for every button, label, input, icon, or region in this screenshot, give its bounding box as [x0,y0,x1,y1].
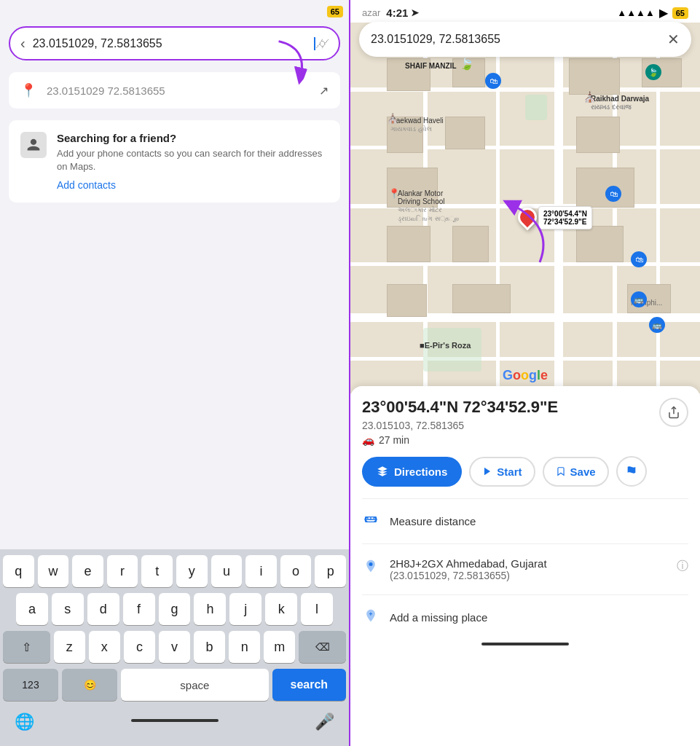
contacts-description: Add your phone contacts so you can searc… [57,147,329,173]
share-button[interactable] [659,398,688,427]
key-search[interactable]: search [272,669,346,701]
status-icons: ▲▲▲▲ ▶ 65 [617,6,688,20]
key-l[interactable]: l [301,593,333,625]
contacts-card-content: Searching for a friend? Add your phone c… [57,132,329,191]
key-w[interactable]: w [38,555,69,587]
measure-distance-text: Measure distance [390,515,476,527]
key-z[interactable]: z [54,631,85,663]
add-location-icon: + [362,608,380,627]
key-r[interactable]: r [107,555,138,587]
battery-badge-right: 65 [672,7,688,19]
key-u[interactable]: u [211,555,243,587]
ruler-icon [362,512,380,530]
location-plus-icon [362,559,380,577]
map-icon-bus: 🚌 [649,317,665,333]
map-icon-shop2: 🛍 [605,186,621,202]
home-indicator-left [131,719,219,722]
divider-1 [362,498,688,499]
map-icon-shop1: 🛍 [485,73,501,89]
save-button[interactable]: Save [543,457,609,487]
map-icon-shop3: 🛍 [631,251,647,267]
home-indicator-right [481,643,569,645]
map-search-close-icon[interactable]: ✕ [667,31,680,48]
map-icon-shop4: 🚌 [631,291,647,307]
key-d[interactable]: d [87,593,119,625]
key-y[interactable]: y [176,555,208,587]
left-panel: 65 ‹ 23.0151029, 72.5813655 ⌭ 📍 23.01510… [0,0,350,746]
key-m[interactable]: m [264,631,295,663]
map-search-bar[interactable]: 23.0151029, 72.5813655 ✕ [359,22,691,57]
key-n[interactable]: n [229,631,260,663]
start-button[interactable]: Start [469,457,535,487]
key-t[interactable]: t [141,555,173,587]
plus-code-subtext: (23.0151029, 72.5813655) [390,570,547,581]
svg-point-6 [369,562,373,566]
key-p[interactable]: p [315,555,346,587]
info-icon[interactable]: ⓘ [677,559,688,574]
key-g[interactable]: g [159,593,191,625]
key-s[interactable]: s [52,593,84,625]
key-a[interactable]: a [16,593,48,625]
globe-icon[interactable]: 🌐 [15,712,34,731]
key-o[interactable]: o [280,555,312,587]
action-buttons: Directions Start Save [362,456,688,487]
key-emoji[interactable]: 😊 [62,669,117,701]
key-shift[interactable]: ⇧ [3,631,50,663]
map-background: SHAIF MANZIL 🍃 Raikhad Darwajaરાયખડ દરવા… [350,0,700,393]
location-coords: 23.015103, 72.581365 [362,420,558,431]
map-icon-teal1: 🍃 [645,64,661,80]
google-logo: Google [503,368,548,383]
key-v[interactable]: v [159,631,190,663]
plus-code-content: 2H8J+2GX Ahmedabad, Gujarat (23.0151029,… [390,557,547,581]
key-space[interactable]: space [121,669,269,701]
key-h[interactable]: h [194,593,226,625]
key-b[interactable]: b [194,631,225,663]
battery-badge-left: 65 [327,6,343,17]
key-e[interactable]: e [72,555,103,587]
key-f[interactable]: f [123,593,155,625]
keyboard-row-1: q w e r t y u i o p [3,555,346,587]
map-label-epir: ■E-Pir's Roza [420,341,471,350]
keyboard-row-2: a s d f g h j k l [3,593,346,625]
divider-3 [362,594,688,595]
key-q[interactable]: q [3,555,34,587]
key-j[interactable]: j [229,593,261,625]
keyboard-row-3: ⇧ z x c v b n m ⌫ [3,631,346,663]
navigation-icon: ➤ [411,7,419,18]
measure-distance-row[interactable]: Measure distance [362,502,688,541]
status-time: azar 4:21 ➤ [362,7,419,19]
add-missing-place-text: Add a missing place [390,611,487,624]
mic-icon[interactable]: 🎤 [315,712,334,731]
key-backspace[interactable]: ⌫ [299,631,346,663]
directions-button[interactable]: Directions [362,457,462,487]
keyboard: q w e r t y u i o p a s d f g h j k l ⇧ … [0,549,349,746]
keyboard-bottom-bar: 🌐 🎤 [3,707,346,743]
key-k[interactable]: k [265,593,297,625]
location-label: azar [362,7,380,18]
bottom-sheet: 23°00'54.4"N 72°34'52.9"E 23.015103, 72.… [350,386,700,746]
divider-2 [362,543,688,544]
key-i[interactable]: i [245,555,277,587]
drive-time-text: 27 min [379,434,409,446]
key-c[interactable]: c [124,631,155,663]
svg-text:+: + [369,610,373,618]
signal-icon: ▲▲▲▲ [617,7,654,18]
add-missing-place-row[interactable]: + Add a missing place [362,598,688,637]
back-button[interactable]: ‹ [20,35,25,52]
location-title: 23°00'54.4"N 72°34'52.9"E [362,398,558,417]
plus-code-row[interactable]: 2H8J+2GX Ahmedabad, Gujarat (23.0151029,… [362,547,688,592]
add-contacts-link[interactable]: Add contacts [57,179,329,191]
contacts-title: Searching for a friend? [57,132,329,144]
car-icon: 🚗 [362,434,374,446]
key-numbers[interactable]: 123 [3,669,58,701]
map-area[interactable]: SHAIF MANZIL 🍃 Raikhad Darwajaરાયખડ દરવા… [350,0,700,393]
keyboard-row-4: 123 😊 space search [3,669,346,701]
svg-marker-1 [484,468,490,476]
map-label-shaif: SHAIF MANZIL [405,62,457,70]
location-pin-icon: 📍 [20,82,36,98]
clear-button[interactable]: ⌭ [315,36,329,51]
flag-button[interactable] [616,456,647,487]
arrow-icon: ↗ [319,84,329,98]
map-label-raikhad: Raikhad Darwajaરાયખડ દરવાજ [591,95,649,111]
key-x[interactable]: x [89,631,120,663]
